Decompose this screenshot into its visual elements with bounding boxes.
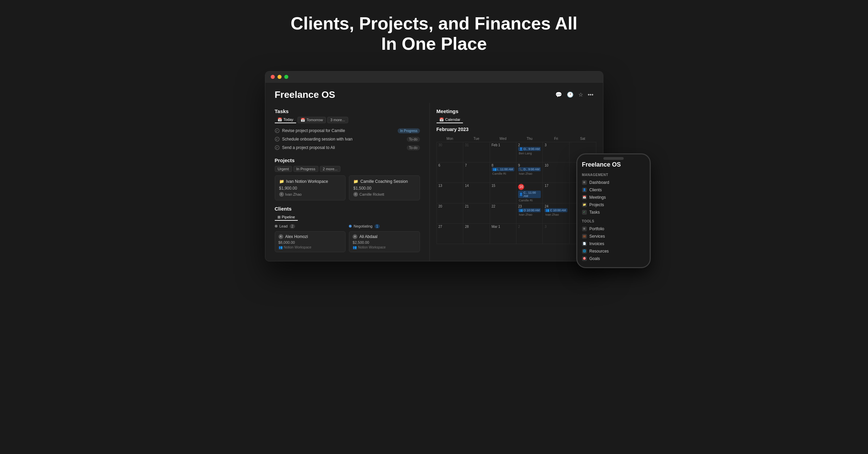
workspace-icon-alex: 👥: [279, 245, 283, 249]
cal-cell-13: 13: [437, 182, 463, 203]
mobile-nav-dashboard[interactable]: ⊞ Dashboard: [582, 179, 645, 186]
mobile-management-title: Management: [582, 173, 645, 177]
mobile-nav-invoices[interactable]: 📄 Invoices: [582, 240, 645, 247]
mobile-nav-resources[interactable]: 🌐 Resources: [582, 247, 645, 255]
projects-tab-more[interactable]: 2 more...: [320, 166, 340, 172]
main-content: Tasks 📅 Today 📅 Tomorrow 3 more...: [265, 103, 603, 261]
calendar-header: February 2023: [437, 127, 596, 132]
task-check-icon-2: ✓: [275, 145, 280, 150]
project-owner-0: I Ivan Zhao: [279, 192, 341, 197]
dashboard-icon: ⊞: [582, 180, 587, 185]
comment-icon[interactable]: 💬: [555, 91, 562, 98]
mobile-nav-services[interactable]: 💼 Services: [582, 233, 645, 240]
client-amount-ali: $2,500.00: [353, 240, 416, 244]
clients-tab-pipeline[interactable]: ⊞ Pipeline: [275, 214, 298, 221]
client-item-ali: A Ali Abdaal $2,500.00 👥 Notion Workspac…: [349, 231, 420, 252]
project-owner-1: C Camille Rickett: [353, 192, 416, 197]
pipeline-icon: ⊞: [277, 215, 281, 219]
clients-grid: Lead 2 A Alex Homozi $8,000.00 👥 Not: [275, 224, 420, 254]
task-badge-1: To-do: [407, 137, 420, 142]
more-icon[interactable]: •••: [588, 92, 594, 98]
meetings-filter-tabs: 📅 Calendar: [437, 117, 596, 123]
mobile-tools-title: Tools: [582, 219, 645, 223]
mobile-nav-goals[interactable]: 🎯 Goals: [582, 255, 645, 262]
star-icon[interactable]: ☆: [578, 91, 583, 98]
meetings-tab-calendar[interactable]: 📅 Calendar: [437, 117, 463, 123]
cal-week-1: 30 31 Feb 1 2 👤 O.. 9:00 AM Ben Lang 3: [437, 142, 596, 162]
meetings-icon: 📅: [582, 195, 587, 200]
cal-header-mon: Mon: [437, 135, 463, 142]
cal-cell-24: 24 👥 C 10:00 AM Ivan Zhao: [543, 203, 569, 223]
cal-cell-17: 17: [543, 182, 569, 203]
negotiating-dot: [349, 225, 352, 228]
cal-header-fri: Fri: [543, 135, 569, 142]
month-label: February 2023: [437, 127, 469, 132]
tasks-section-title: Tasks: [275, 108, 420, 114]
projects-tab-urgent[interactable]: Urgent: [275, 166, 292, 172]
mobile-nav-portfolio[interactable]: ⊞ Portfolio: [582, 225, 645, 233]
calendar-icon-tab: 📅: [439, 117, 444, 122]
cal-cell-16: 16 👤 C.. 11:00 AM Camille Ri: [516, 182, 543, 203]
app-header: Freelance OS 💬 🕐 ☆ •••: [265, 83, 603, 103]
headline: Clients, Projects, and Finances All In O…: [282, 14, 586, 54]
task-check-icon-1: ✓: [275, 137, 280, 142]
cal-cell-feb1: Feb 1: [490, 142, 516, 162]
negotiating-count: 1: [375, 224, 380, 229]
mobile-nav-tasks[interactable]: ✓ Tasks: [582, 209, 645, 216]
cal-header-thu: Thu: [516, 135, 543, 142]
desktop-window: Freelance OS 💬 🕐 ☆ ••• Tasks 📅 Today: [265, 71, 603, 261]
avatar-ali: A: [353, 234, 357, 239]
client-amount-alex: $8,000.00: [279, 240, 342, 244]
task-badge-0: In Progress: [398, 128, 420, 133]
project-amount-1: $1,500.00: [353, 186, 416, 191]
cal-week-5: 27 28 Mar 1 2 3: [437, 223, 596, 244]
task-check-icon-0: ✓: [275, 128, 280, 133]
cal-event-3: 👤 C.. 11:00 AM: [518, 191, 541, 198]
projects-grid: 📁 Ivan Notion Workspace $1,900.00 I Ivan…: [275, 175, 420, 200]
cal-cell-22: 22: [490, 203, 516, 223]
mobile-nav-meetings[interactable]: 📅 Meetings: [582, 194, 645, 201]
goals-icon: 🎯: [582, 256, 587, 261]
mobile-nav-clients[interactable]: 👤 Clients: [582, 186, 645, 194]
group-icon-2: 👥: [519, 209, 523, 212]
resources-icon: 🌐: [582, 249, 587, 254]
window-titlebar: [265, 71, 603, 83]
projects-filter-tabs: Urgent In Progress 2 more...: [275, 166, 420, 172]
client-col-lead: Lead 2 A Alex Homozi $8,000.00 👥 Not: [275, 224, 346, 254]
clock-icon[interactable]: 🕐: [567, 91, 574, 98]
tasks-tab-more[interactable]: 3 more...: [327, 117, 348, 123]
tasks-tab-tomorrow[interactable]: 📅 Tomorrow: [297, 117, 326, 123]
person-icon: 👤: [519, 147, 523, 151]
cal-event-2: 📞 D.. 9:00 AM: [518, 167, 541, 171]
lead-count: 2: [290, 224, 295, 229]
projects-tab-inprogress[interactable]: In Progress: [293, 166, 318, 172]
cal-cell-mar3: 3: [543, 223, 569, 244]
task-item-1: ✓ Schedule onboarding session with Ivan …: [275, 135, 420, 144]
tasks-icon: ✓: [582, 210, 587, 215]
client-col-negotiating-header: Negotiating 1: [349, 224, 420, 229]
calendar-small-icon2: 📅: [301, 118, 305, 122]
minimize-button[interactable]: [277, 75, 282, 79]
maximize-button[interactable]: [284, 75, 288, 79]
cal-cell-21: 21: [463, 203, 490, 223]
client-item-alex: A Alex Homozi $8,000.00 👥 Notion Workspa…: [275, 231, 346, 252]
tasks-tab-today[interactable]: 📅 Today: [275, 117, 296, 123]
cal-cell-28: 28: [463, 223, 490, 244]
mobile-nav-projects[interactable]: 📁 Projects: [582, 201, 645, 209]
cal-cell-20: 20: [437, 203, 463, 223]
cal-week-3: 13 14 15 16 👤 C.. 11:00 AM Camille Ri 17: [437, 182, 596, 203]
lead-dot: [275, 225, 277, 228]
portfolio-icon: ⊞: [582, 226, 587, 231]
mockup-container: Freelance OS 💬 🕐 ☆ ••• Tasks 📅 Today: [265, 71, 603, 261]
client-workspace-ali: 👥 Notion Workspace: [353, 245, 416, 249]
cal-cell-31: 31: [463, 142, 490, 162]
meetings-section-title: Meetings: [437, 108, 596, 114]
close-button[interactable]: [271, 75, 275, 79]
mobile-app-title: Freelance OS: [582, 161, 645, 168]
folder-icon-1: 📁: [353, 179, 358, 184]
project-amount-0: $1,900.00: [279, 186, 341, 191]
task-item-2: ✓ Send a project proposal to Ali To-do: [275, 144, 420, 152]
mobile-notch: [603, 157, 624, 160]
person-icon-2: 👤: [519, 193, 523, 196]
project-card-0: 📁 Ivan Notion Workspace $1,900.00 I Ivan…: [275, 175, 346, 200]
